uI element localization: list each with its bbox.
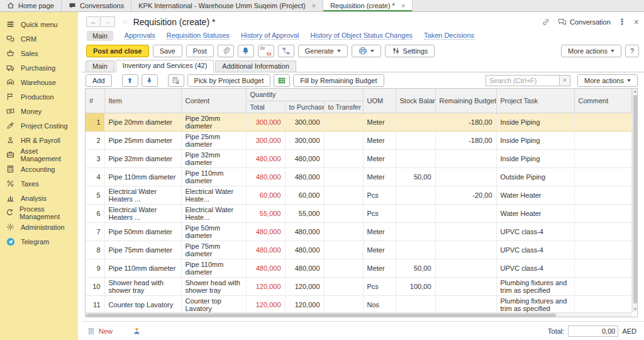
cell-comment[interactable]	[574, 186, 631, 204]
cell-stock-balance[interactable]	[396, 131, 435, 149]
sidebar-item-analysis[interactable]: Analysis	[0, 191, 78, 205]
sidebar-item-accounting[interactable]: Accounting	[0, 162, 78, 176]
close-tab-icon[interactable]: ×	[312, 2, 316, 9]
cell-project-task[interactable]: Plumbing fixtures and trim as specified	[496, 295, 574, 312]
link-icon[interactable]	[541, 18, 550, 26]
cell-stock-balance[interactable]: 100,00	[396, 277, 435, 295]
cell-content[interactable]: Counter top Lavatory	[181, 295, 246, 312]
table-more-actions-button[interactable]: More actions	[577, 74, 638, 87]
cell-stock-balance[interactable]	[396, 295, 435, 312]
cell-total[interactable]: 480,000	[246, 259, 285, 277]
cell-stock-balance[interactable]	[396, 204, 435, 222]
sidebar-item-production[interactable]: Production	[0, 89, 78, 104]
favorite-star-icon[interactable]: ☆	[121, 17, 129, 26]
cell-to-purchase[interactable]: 480,000	[285, 167, 324, 186]
post-button[interactable]: Post	[186, 45, 214, 57]
cell-project-task[interactable]: Water Heater	[496, 186, 574, 204]
cell-project-task[interactable]: Inside Piping	[496, 149, 574, 167]
close-tab-icon[interactable]: ×	[401, 2, 405, 9]
cell-total[interactable]: 120,000	[246, 277, 285, 295]
cell-stock-balance[interactable]	[396, 241, 435, 259]
cell-remaining-budget[interactable]	[435, 222, 496, 241]
table-row[interactable]: 2Pipe 25mm diameterPipe 25mm diameter300…	[86, 131, 632, 149]
cell-item[interactable]: Pipe 20mm diameter	[104, 113, 181, 131]
table-row[interactable]: 5Electrical Water Heaters ...Electrical …	[86, 186, 632, 204]
cell-remaining-budget[interactable]: -180,00	[435, 131, 496, 149]
column-header-num[interactable]: #	[86, 89, 104, 113]
column-header-total[interactable]: Total	[246, 101, 285, 113]
scroll-up-icon[interactable]: ▲	[633, 89, 638, 94]
status-badge[interactable]: New	[99, 327, 113, 335]
cell-uom[interactable]: Nos	[363, 295, 396, 312]
fill-table-button[interactable]	[274, 74, 290, 87]
cell-project-task[interactable]: Outside Piping	[496, 167, 574, 186]
cell-to-transfer[interactable]	[324, 241, 363, 259]
cell-content[interactable]: Pipe 50mm diameter	[181, 222, 246, 241]
nav-main[interactable]: Main	[87, 31, 113, 41]
sidebar-item-crm[interactable]: CRM	[0, 31, 78, 46]
reminder-button[interactable]	[238, 45, 254, 57]
cell-to-transfer[interactable]	[324, 295, 363, 312]
add-button[interactable]: Add	[86, 74, 112, 87]
column-header-project-task[interactable]: Project Task	[496, 89, 574, 113]
cell-to-transfer[interactable]	[324, 277, 363, 295]
related-documents-button[interactable]	[278, 45, 294, 57]
cell-to-transfer[interactable]	[324, 131, 363, 149]
sidebar-item-administration[interactable]: Administration	[0, 220, 78, 234]
vertical-scrollbar-thumb[interactable]	[633, 95, 637, 303]
window-tab-requisition-create[interactable]: Requisition (create) *×	[323, 0, 413, 11]
cell-item[interactable]: Pipe 25mm diameter	[104, 131, 181, 149]
cell-content[interactable]: Electrical Water Heate...	[181, 204, 246, 222]
column-header-remaining-budget[interactable]: Remaining Budget Qty	[435, 89, 496, 113]
sidebar-item-project-costing[interactable]: Project Costing	[0, 118, 78, 133]
search-input[interactable]	[486, 75, 560, 86]
back-button[interactable]: ←	[86, 16, 101, 27]
cell-item[interactable]: Electrical Water Heaters ...	[104, 204, 181, 222]
cell-item[interactable]: Electrical Water Heaters ...	[104, 186, 181, 204]
cell-project-task[interactable]: UPVC class-4	[496, 241, 574, 259]
cell-comment[interactable]	[574, 131, 631, 149]
cell-comment[interactable]	[574, 295, 631, 312]
cell-num[interactable]: 1	[86, 113, 104, 131]
cell-content[interactable]: Shower head with shower tray	[181, 277, 246, 295]
nav-link-approvals[interactable]: Approvals	[125, 31, 155, 40]
cell-content[interactable]: Pipe 32mm diameter	[181, 149, 246, 167]
post-and-close-button[interactable]: Post and close	[86, 45, 149, 57]
cell-comment[interactable]	[574, 113, 631, 131]
cell-item[interactable]: Pipe 110mm diameter	[104, 167, 181, 186]
cell-comment[interactable]	[574, 259, 631, 277]
cell-to-transfer[interactable]	[324, 204, 363, 222]
cell-content[interactable]: Pipe 20mm diameter	[181, 113, 246, 131]
attach-button[interactable]	[218, 45, 234, 57]
cell-item[interactable]: Shower head with shower tray	[104, 277, 181, 295]
cell-to-transfer[interactable]	[324, 222, 363, 241]
cell-remaining-budget[interactable]	[435, 295, 496, 312]
cell-content[interactable]: Pipe 110mm diameter	[181, 259, 246, 277]
column-header-uom[interactable]: UOM	[363, 89, 396, 113]
cell-num[interactable]: 5	[86, 186, 104, 204]
cell-content[interactable]: Electrical Water Heate...	[181, 186, 246, 204]
total-input[interactable]	[568, 326, 618, 337]
cell-to-purchase[interactable]: 300,000	[285, 131, 324, 149]
column-header-stock-balance[interactable]: Stock Balance	[396, 89, 435, 113]
cell-project-task[interactable]: UPVC class-4	[496, 259, 574, 277]
user-icon[interactable]	[133, 327, 141, 335]
sidebar-item-money[interactable]: Money	[0, 104, 78, 118]
cell-comment[interactable]	[574, 167, 631, 186]
move-up-button[interactable]	[122, 74, 138, 87]
cell-num[interactable]: 9	[86, 259, 104, 277]
cell-remaining-budget[interactable]	[435, 204, 496, 222]
save-button[interactable]: Save	[153, 45, 182, 57]
cell-comment[interactable]	[574, 277, 631, 295]
cell-total[interactable]: 120,000	[246, 295, 285, 312]
cell-total[interactable]: 60,000	[246, 186, 285, 204]
cell-total[interactable]: 480,000	[246, 241, 285, 259]
more-menu-icon[interactable]: ⋮	[618, 17, 626, 26]
table-row[interactable]: 3Pipe 32mm diameterPipe 32mm diameter480…	[86, 149, 632, 167]
sidebar-item-hr-payroll[interactable]: HR & Payroll	[0, 133, 78, 147]
help-button[interactable]: ?	[625, 45, 639, 57]
cell-to-purchase[interactable]: 480,000	[285, 222, 324, 241]
cell-total[interactable]: 300,000	[246, 131, 285, 149]
tab-inventory-and-services-42[interactable]: Inventory and Services (42)	[116, 60, 214, 72]
cell-item[interactable]: Pipe 110mm diameter	[104, 259, 181, 277]
